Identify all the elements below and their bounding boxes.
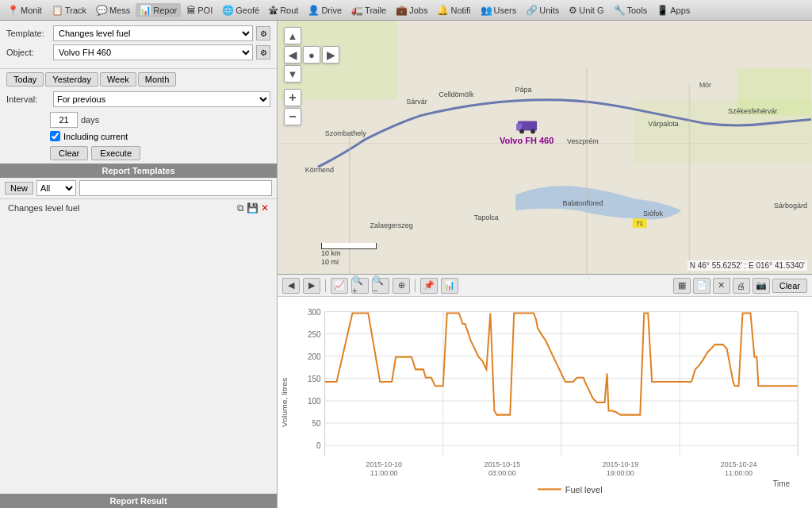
nav-apps[interactable]: 📱 Apps <box>653 3 694 17</box>
clear-button[interactable]: Clear <box>50 146 88 160</box>
nav-messages[interactable]: 💬 Mess <box>92 3 134 17</box>
tools-icon: 🔧 <box>614 5 626 16</box>
zoom-in-btn[interactable]: + <box>284 89 301 106</box>
template-save-icon[interactable]: 💾 <box>247 202 259 214</box>
chart-camera-btn[interactable]: 📷 <box>753 278 770 294</box>
scale-mi-label: 10 mi <box>321 258 339 266</box>
nav-track[interactable]: 📋 Track <box>48 3 90 17</box>
days-input[interactable] <box>50 112 78 128</box>
svg-text:150: 150 <box>308 375 321 383</box>
svg-text:Pápa: Pápa <box>515 86 532 94</box>
map-svg: 71 Szombathely Sárvár Celldömölk Pápa Ve… <box>278 21 812 274</box>
scale-km-label: 10 km <box>321 249 341 257</box>
nav-unit-groups[interactable]: ⚙ Unit G <box>565 3 607 17</box>
including-current-label: Including current <box>63 132 128 141</box>
chart-table-btn[interactable]: ▦ <box>673 278 691 294</box>
chart-play-btn[interactable]: ▶ <box>303 278 320 294</box>
svg-text:Volume, litres: Volume, litres <box>280 378 289 427</box>
nav-geofence[interactable]: 🌐 Geofé <box>218 3 263 17</box>
object-label: Object: <box>6 48 50 57</box>
chart-line-btn[interactable]: 📈 <box>331 278 348 294</box>
right-panel: 71 Szombathely Sárvár Celldömölk Pápa Ve… <box>278 21 812 508</box>
interval-label: Interval: <box>6 94 50 104</box>
chart-stats-btn[interactable]: 📊 <box>441 278 458 294</box>
including-current-checkbox[interactable] <box>50 131 60 141</box>
svg-text:Tapolca: Tapolca <box>474 214 499 221</box>
template-search-input[interactable] <box>79 180 272 196</box>
template-select[interactable]: Changes level fuel <box>53 25 253 41</box>
chart-toolbar: ◀ ▶ 📈 🔍+ 🔍− ⊕ 📌 📊 ▦ 📄 ✕ 🖨 📷 Clear <box>278 275 812 297</box>
today-button[interactable]: Today <box>6 72 44 87</box>
month-button[interactable]: Month <box>138 72 177 87</box>
chart-area: 0 50 100 150 200 250 300 Volume, litres … <box>278 297 812 508</box>
map-area[interactable]: 71 Szombathely Sárvár Celldömölk Pápa Ve… <box>278 21 812 275</box>
nav-monitor[interactable]: 📍 Monit <box>3 3 46 17</box>
template-settings-btn[interactable]: ⚙ <box>256 26 270 40</box>
nav-trailer[interactable]: 🚛 Traile <box>347 3 390 17</box>
vehicle-label: Volvo FH 460 <box>500 136 553 145</box>
chart-clear-button[interactable]: Clear <box>772 279 807 293</box>
svg-text:11:00:00: 11:00:00 <box>370 468 398 476</box>
geofence-icon: 🌐 <box>222 5 234 16</box>
chart-zoom-fit-btn[interactable]: ⊕ <box>393 278 410 294</box>
week-button[interactable]: Week <box>100 72 136 87</box>
zoom-out-btn[interactable]: − <box>284 108 301 125</box>
svg-text:200: 200 <box>308 352 321 361</box>
chart-print-btn[interactable]: 🖨 <box>733 278 750 294</box>
pan-center-btn[interactable]: ● <box>303 46 320 64</box>
template-item: Changes level fuel ⧉ 💾 ✕ <box>5 201 272 215</box>
days-label: days <box>81 115 99 125</box>
apps-icon: 📱 <box>657 5 668 16</box>
template-label: Template: <box>6 29 50 38</box>
yesterday-button[interactable]: Yesterday <box>45 72 98 87</box>
main-layout: Template: Changes level fuel ⚙ Object: V… <box>0 21 812 508</box>
template-copy-icon[interactable]: ⧉ <box>237 202 244 214</box>
jobs-icon: 💼 <box>396 5 408 16</box>
left-panel: Template: Changes level fuel ⚙ Object: V… <box>0 21 278 508</box>
nav-poi[interactable]: 🏛 POI <box>182 3 216 17</box>
svg-text:Siófok: Siófok <box>643 210 663 217</box>
chart-prev-btn[interactable]: ◀ <box>282 278 300 294</box>
nav-driver[interactable]: 👤 Drive <box>304 3 346 17</box>
svg-text:100: 100 <box>308 397 321 406</box>
map-controls: ▲ ◀ ● ▶ ▼ + − <box>284 27 339 125</box>
nav-users[interactable]: 👥 Users <box>477 3 521 17</box>
unit-groups-icon: ⚙ <box>569 5 577 16</box>
nav-tools[interactable]: 🔧 Tools <box>610 3 652 17</box>
svg-text:Sárvár: Sárvár <box>406 98 427 106</box>
template-list: Changes level fuel ⧉ 💾 ✕ <box>0 199 277 494</box>
svg-text:Székesfehérvár: Székesfehérvár <box>728 107 777 115</box>
object-settings-btn[interactable]: ⚙ <box>256 45 270 60</box>
nav-route[interactable]: 🛣 Rout <box>265 3 302 17</box>
pan-left-btn[interactable]: ◀ <box>284 46 301 64</box>
nav-units[interactable]: 🔗 Units <box>522 3 563 17</box>
svg-text:0: 0 <box>316 441 321 450</box>
template-item-name[interactable]: Changes level fuel <box>8 203 80 213</box>
chart-close-btn[interactable]: ✕ <box>713 278 730 294</box>
svg-text:Zalaegerszeg: Zalaegerszeg <box>370 221 412 229</box>
new-template-button[interactable]: New <box>5 182 33 194</box>
nav-notifications[interactable]: 🔔 Notifi <box>433 3 474 17</box>
chart-pin-btn[interactable]: 📌 <box>420 278 438 294</box>
template-delete-icon[interactable]: ✕ <box>261 202 269 214</box>
interval-select[interactable]: For previous <box>53 91 270 107</box>
track-icon: 📋 <box>52 5 63 16</box>
chart-zoom-out-btn[interactable]: 🔍− <box>372 278 389 294</box>
interval-row: Interval: For previous <box>0 90 277 109</box>
checkbox-row: Including current <box>0 129 277 143</box>
svg-text:Fuel level: Fuel level <box>565 484 603 494</box>
nav-reports[interactable]: 📊 Repor <box>136 3 181 17</box>
object-select[interactable]: Volvo FH 460 <box>53 44 253 60</box>
users-icon: 👥 <box>481 5 492 16</box>
chart-pdf-btn[interactable]: 📄 <box>693 278 710 294</box>
svg-text:Balatonfüred: Balatonfüred <box>562 199 603 207</box>
svg-text:Szombathely: Szombathely <box>325 129 366 137</box>
pan-up-btn[interactable]: ▲ <box>284 27 301 44</box>
chart-zoom-in-btn[interactable]: 🔍+ <box>351 278 369 294</box>
pan-right-btn[interactable]: ▶ <box>322 46 339 64</box>
date-buttons: Today Yesterday Week Month <box>0 69 277 90</box>
template-filter-select[interactable]: All <box>36 180 76 196</box>
pan-down-btn[interactable]: ▼ <box>284 65 301 83</box>
nav-jobs[interactable]: 💼 Jobs <box>392 3 431 17</box>
execute-button[interactable]: Execute <box>91 146 140 160</box>
